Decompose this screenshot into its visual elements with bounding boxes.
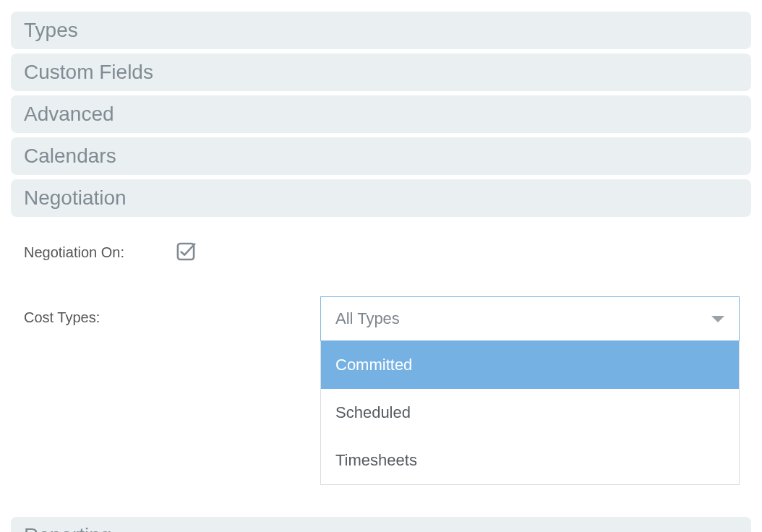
cost-types-trigger[interactable]: All Types	[320, 296, 740, 341]
section-reporting[interactable]: Reporting	[11, 517, 751, 532]
cost-types-row: Cost Types: All Types Committed Schedule…	[24, 296, 745, 485]
section-custom-fields[interactable]: Custom Fields	[11, 53, 751, 91]
negotiation-content: Negotiation On: Cost Types: All Types Co…	[11, 221, 751, 502]
cost-types-option-scheduled[interactable]: Scheduled	[321, 389, 739, 437]
section-calendars[interactable]: Calendars	[11, 137, 751, 175]
reporting-row: Reporting	[11, 517, 751, 532]
section-negotiation-label: Negotiation	[24, 186, 127, 209]
negotiation-on-row: Negotiation On:	[24, 241, 745, 263]
cost-types-listbox: Committed Scheduled Timesheets	[320, 341, 740, 485]
section-types[interactable]: Types	[11, 12, 751, 49]
option-label: Committed	[335, 356, 412, 374]
option-label: Timesheets	[335, 451, 417, 470]
cost-types-option-committed[interactable]: Committed	[321, 341, 739, 389]
negotiation-on-checkbox[interactable]	[176, 241, 197, 263]
chevron-down-icon	[711, 316, 724, 322]
cost-types-dropdown: All Types Committed Scheduled Timesheets	[320, 296, 740, 485]
svg-rect-0	[178, 244, 194, 259]
section-types-label: Types	[24, 19, 78, 41]
section-advanced-label: Advanced	[24, 103, 114, 125]
section-advanced[interactable]: Advanced	[11, 95, 751, 133]
section-calendars-label: Calendars	[24, 145, 116, 167]
cost-types-selected-value: All Types	[335, 309, 400, 328]
option-label: Scheduled	[335, 403, 411, 422]
section-custom-fields-label: Custom Fields	[24, 61, 153, 83]
checkbox-checked-icon	[176, 241, 196, 262]
settings-panel: Types Custom Fields Advanced Calendars N…	[0, 0, 762, 532]
section-negotiation[interactable]: Negotiation	[11, 179, 751, 217]
cost-types-label: Cost Types:	[24, 296, 176, 326]
section-reporting-label: Reporting	[24, 524, 111, 532]
cost-types-option-timesheets[interactable]: Timesheets	[321, 437, 739, 484]
negotiation-on-label: Negotiation On:	[24, 244, 176, 261]
